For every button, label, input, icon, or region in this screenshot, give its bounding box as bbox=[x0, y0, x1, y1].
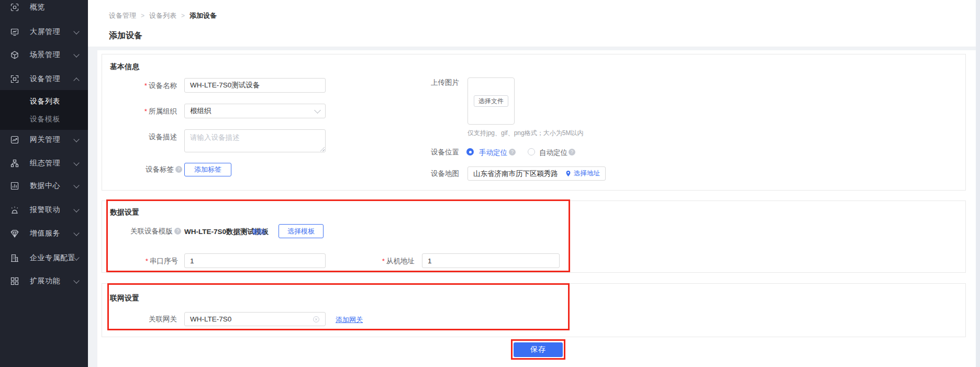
sidebar-item-device[interactable]: 设备管理 bbox=[0, 70, 88, 88]
chevron-down-icon bbox=[314, 107, 321, 114]
add-device-page: 概览 大屏管理 场景管理 设备管理 设备列表 设备模板 网关管理 bbox=[0, 0, 980, 367]
sidebar-subitem-label: 设备模板 bbox=[30, 115, 60, 123]
chevron-down-icon bbox=[73, 28, 79, 34]
choose-address-link[interactable]: 选择地址 bbox=[574, 169, 600, 178]
data-center-icon bbox=[10, 182, 19, 190]
slave-address-input[interactable] bbox=[422, 253, 560, 268]
device-map-input[interactable]: 山东省济南市历下区颖秀路 选择地址 bbox=[467, 166, 606, 181]
sidebar-item-device-list[interactable]: 设备列表 bbox=[0, 92, 88, 110]
basic-info-title: 基本信息 bbox=[110, 62, 139, 72]
overview-icon bbox=[10, 3, 19, 12]
linked-template-label: 关联设备模版 bbox=[130, 227, 173, 235]
sidebar-item-extension[interactable]: 扩展功能 bbox=[0, 272, 88, 290]
chevron-down-icon bbox=[73, 230, 79, 236]
upload-format-hint: 仅支持jpg、gif、png格式；大小为5M以内 bbox=[467, 129, 583, 138]
add-tag-button[interactable]: 添加标签 bbox=[184, 163, 231, 176]
device-name-label: *设备名称 bbox=[144, 82, 177, 90]
enterprise-icon bbox=[10, 254, 19, 262]
device-map-value: 山东省济南市历下区颖秀路 bbox=[473, 169, 565, 179]
sidebar-item-scene[interactable]: 场景管理 bbox=[0, 46, 88, 64]
serial-port-label: *串口序号 bbox=[146, 257, 178, 265]
chevron-down-icon bbox=[73, 182, 79, 188]
sidebar-item-label: 报警联动 bbox=[30, 205, 60, 215]
auto-locate-radio[interactable] bbox=[528, 148, 535, 155]
device-name-input[interactable] bbox=[184, 78, 326, 93]
required-asterisk: * bbox=[146, 257, 148, 265]
auto-locate-help-icon[interactable]: ? bbox=[569, 149, 575, 155]
required-asterisk: * bbox=[382, 257, 385, 265]
sidebar-item-label: 增值服务 bbox=[30, 229, 60, 238]
device-map-label: 设备地图 bbox=[431, 170, 459, 177]
sidebar-item-label: 扩展功能 bbox=[30, 276, 60, 286]
sidebar-item-label: 组态管理 bbox=[30, 159, 60, 168]
chevron-down-icon bbox=[73, 206, 79, 212]
value-added-icon bbox=[10, 229, 19, 238]
sidebar-item-alarm[interactable]: 报警联动 bbox=[0, 201, 88, 219]
device-tag-label: 设备标签 bbox=[146, 165, 174, 173]
sidebar-item-enterprise[interactable]: 企业专属配置 bbox=[0, 249, 88, 267]
required-asterisk: * bbox=[144, 82, 147, 90]
required-asterisk: * bbox=[144, 107, 147, 115]
add-gateway-link[interactable]: 添加网关 bbox=[336, 315, 363, 325]
clear-icon[interactable] bbox=[313, 316, 320, 323]
choose-file-button[interactable]: 选择文件 bbox=[474, 95, 508, 107]
breadcrumb-separator: > bbox=[181, 12, 185, 19]
linked-gateway-value: WH-LTE-7S0 bbox=[190, 315, 313, 323]
manual-locate-radio[interactable] bbox=[466, 148, 474, 155]
sidebar-item-label: 数据中心 bbox=[30, 181, 60, 191]
chevron-down-icon bbox=[73, 160, 79, 165]
sidebar-item-label: 网关管理 bbox=[30, 135, 60, 144]
linked-template-help-icon[interactable]: ? bbox=[174, 228, 181, 235]
big-screen-icon bbox=[10, 28, 19, 36]
breadcrumb-current: 添加设备 bbox=[190, 11, 217, 20]
scene-icon bbox=[10, 51, 19, 59]
topbar: 设备管理 > 设备列表 > 添加设备 添加设备 bbox=[88, 0, 976, 47]
upload-image-label: 上传图片 bbox=[431, 79, 459, 86]
auto-locate-label[interactable]: 自动定位 bbox=[539, 148, 567, 158]
linked-gateway-input[interactable]: WH-LTE-7S0 bbox=[184, 312, 326, 326]
manual-locate-help-icon[interactable]: ? bbox=[509, 149, 516, 155]
organization-label: *所属组织 bbox=[144, 107, 177, 115]
sidebar-item-device-template[interactable]: 设备模板 bbox=[0, 110, 88, 128]
delete-template-link[interactable]: 删除 bbox=[252, 227, 266, 237]
device-desc-textarea[interactable] bbox=[184, 129, 326, 152]
alarm-icon bbox=[10, 206, 19, 214]
manual-locate-label[interactable]: 手动定位 bbox=[479, 148, 507, 158]
breadcrumb-device-list[interactable]: 设备列表 bbox=[149, 11, 176, 20]
chevron-down-icon bbox=[73, 277, 79, 283]
sidebar-item-label: 场景管理 bbox=[30, 50, 60, 60]
device-desc-label: 设备描述 bbox=[149, 133, 177, 141]
breadcrumb-separator: > bbox=[141, 12, 144, 19]
sidebar-item-value-added[interactable]: 增值服务 bbox=[0, 225, 88, 242]
network-settings-title: 联网设置 bbox=[110, 294, 139, 303]
location-pin-icon bbox=[565, 170, 572, 177]
sidebar-item-overview[interactable]: 概览 bbox=[0, 0, 88, 16]
sidebar-subitem-label: 设备列表 bbox=[30, 97, 60, 105]
save-button[interactable]: 保存 bbox=[514, 342, 563, 357]
organization-select[interactable]: 根组织 bbox=[184, 104, 326, 118]
page-title: 添加设备 bbox=[109, 30, 142, 41]
sidebar-item-big-screen[interactable]: 大屏管理 bbox=[0, 23, 88, 41]
device-icon bbox=[10, 75, 19, 83]
sidebar-item-gateway[interactable]: 网关管理 bbox=[0, 131, 88, 149]
scrollbar-track[interactable] bbox=[976, 0, 980, 367]
organization-value: 根组织 bbox=[190, 106, 315, 116]
device-tag-help-icon[interactable]: ? bbox=[175, 166, 182, 173]
sidebar-item-data-center[interactable]: 数据中心 bbox=[0, 177, 88, 195]
sidebar-item-configuration[interactable]: 组态管理 bbox=[0, 154, 88, 172]
sidebar-item-label: 企业专属配置 bbox=[30, 253, 75, 263]
breadcrumb-device-management[interactable]: 设备管理 bbox=[109, 11, 136, 20]
serial-port-input[interactable] bbox=[184, 253, 326, 268]
breadcrumb: 设备管理 > 设备列表 > 添加设备 bbox=[109, 11, 217, 20]
sidebar-item-label: 概览 bbox=[30, 3, 45, 12]
configuration-icon bbox=[10, 159, 19, 168]
sidebar-item-label: 大屏管理 bbox=[30, 27, 60, 37]
linked-gateway-label: 关联网关 bbox=[149, 315, 177, 323]
sidebar-item-label: 设备管理 bbox=[30, 74, 60, 84]
choose-template-button[interactable]: 选择模板 bbox=[279, 224, 324, 238]
data-settings-title: 数据设置 bbox=[110, 208, 139, 217]
sidebar: 概览 大屏管理 场景管理 设备管理 设备列表 设备模板 网关管理 bbox=[0, 0, 88, 367]
gateway-icon bbox=[10, 136, 19, 144]
chevron-down-icon bbox=[73, 51, 79, 57]
chevron-up-icon bbox=[73, 77, 79, 83]
